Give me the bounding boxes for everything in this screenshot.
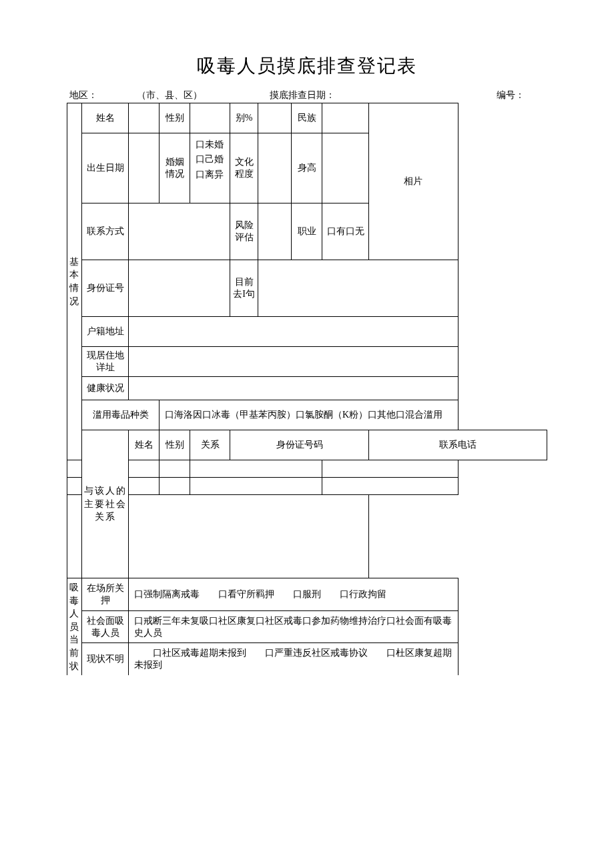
field-risk[interactable]	[258, 203, 292, 260]
field-dob[interactable]	[129, 133, 160, 203]
options-occupation[interactable]: 口有口无	[322, 203, 369, 260]
label-idno: 身份证号	[82, 260, 129, 317]
options-unknown[interactable]: 口社区戒毒超期未报到 口严重违反社区戒毒协议 口杜区康复超期未报到	[129, 643, 458, 675]
field-name[interactable]	[129, 103, 160, 133]
label-marital: 婚姻情况	[160, 133, 190, 203]
date-label: 摸底排查日期：	[270, 89, 376, 101]
label-dob: 出生日期	[82, 133, 129, 203]
section-status: 吸毒人员当前状	[67, 578, 82, 676]
field-health[interactable]	[129, 377, 458, 400]
rel-hdr-relation: 关系	[190, 430, 230, 460]
label-extra: 别%	[230, 103, 258, 133]
options-marital[interactable]: 口未婚 口己婚 口离异	[190, 133, 230, 203]
label-occupation: 职业	[292, 203, 322, 260]
label-risk: 风险评估	[230, 203, 258, 260]
field-address[interactable]	[129, 347, 458, 377]
meta-row: 地区： （市、县、区） 摸底排查日期： 编号：	[67, 89, 547, 101]
label-edu: 文化程度	[230, 133, 258, 203]
options-in-custody[interactable]: 口强制隔离戒毒 口看守所羁押 口服刑 口行政拘留	[129, 578, 458, 611]
rel-hdr-id: 身份证号码	[230, 430, 369, 460]
field-hukou[interactable]	[129, 317, 458, 347]
label-sex: 性别	[160, 103, 190, 133]
label-whereabouts: 目前去I句	[230, 260, 258, 317]
field-whereabouts[interactable]	[258, 260, 458, 317]
label-address: 现居住地详址	[82, 347, 129, 377]
section-basic: 基本情况	[67, 103, 82, 460]
label-drug: 滥用毒品种类	[82, 400, 160, 430]
page-title: 吸毒人员摸底排查登记表	[67, 53, 547, 79]
options-drug[interactable]: 口海洛因口冰毒（甲基苯丙胺）口氯胺酮（K粉）口其他口混合滥用	[160, 400, 458, 430]
field-ethnic[interactable]	[322, 103, 369, 133]
field-extra[interactable]	[258, 103, 292, 133]
label-contact: 联系方式	[82, 203, 129, 260]
field-sex[interactable]	[190, 103, 230, 133]
label-name: 姓名	[82, 103, 129, 133]
field-edu[interactable]	[258, 133, 292, 203]
options-community[interactable]: 口戒断三年未复吸口社区康复口社区戒毒口参加药物维持治疗口社会面有吸毒史人员	[129, 610, 458, 643]
label-health: 健康状况	[82, 377, 129, 400]
field-idno[interactable]	[129, 260, 230, 317]
form-table: 基本情况 姓名 性别 别% 民族 相片 出生日期 婚姻情况 口未婚 口己婚 口离…	[67, 103, 547, 675]
label-community: 社会面吸毒人员	[82, 610, 129, 643]
serial-label: 编号：	[497, 89, 525, 101]
rel-hdr-phone: 联系电话	[369, 430, 547, 460]
rel-hdr-name: 姓名	[129, 430, 160, 460]
field-contact[interactable]	[129, 203, 230, 260]
rel-hdr-sex: 性别	[160, 430, 190, 460]
region-suffix: （市、县、区）	[109, 89, 230, 101]
region-label: 地区：	[69, 89, 109, 101]
label-ethnic: 民族	[292, 103, 322, 133]
rel-row[interactable]	[67, 478, 547, 495]
field-height[interactable]	[322, 133, 369, 203]
rel-row[interactable]	[67, 460, 547, 478]
photo-box: 相片	[369, 103, 458, 260]
label-in-custody: 在场所关押	[82, 578, 129, 611]
label-height: 身高	[292, 133, 322, 203]
label-hukou: 户籍地址	[82, 317, 129, 347]
label-unknown: 现状不明	[82, 643, 129, 675]
